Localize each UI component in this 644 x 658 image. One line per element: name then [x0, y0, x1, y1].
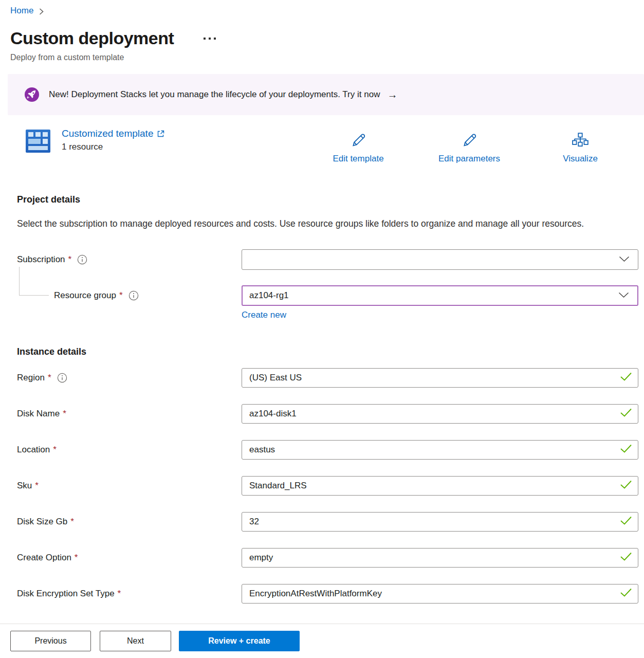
subscription-label: Subscription* [17, 254, 242, 265]
rocket-icon [25, 87, 39, 102]
valid-check-icon [620, 516, 632, 527]
required-asterisk: * [70, 517, 74, 527]
instance-details-heading: Instance details [17, 346, 644, 357]
project-details-description: Select the subscription to manage deploy… [17, 216, 608, 232]
region-label: Region* [17, 373, 242, 383]
disk-name-input[interactable]: az104-disk1 [242, 404, 638, 424]
breadcrumb: Home [0, 0, 644, 17]
disk-encryption-set-type-input[interactable]: EncryptionAtRestWithPlatformKey [242, 584, 638, 604]
info-icon[interactable] [57, 373, 67, 383]
pencil-icon [315, 129, 402, 152]
required-asterisk: * [63, 409, 66, 419]
disk-size-row: Disk Size Gb* 32 [17, 512, 638, 532]
project-details-heading: Project details [17, 194, 644, 205]
required-asterisk: * [35, 481, 39, 491]
valid-check-icon [620, 408, 632, 419]
page-subtitle: Deploy from a custom template [10, 53, 644, 62]
disk-encryption-set-type-label: Disk Encryption Set Type* [17, 589, 242, 599]
review-create-button[interactable]: Review + create [179, 631, 300, 651]
valid-check-icon [620, 480, 632, 491]
valid-check-icon [620, 444, 632, 455]
resource-group-select[interactable]: az104-rg1 [242, 285, 638, 306]
title-row: Custom deployment [10, 28, 644, 48]
indent-connector-line [19, 267, 49, 296]
disk-encryption-set-type-row: Disk Encryption Set Type* EncryptionAtRe… [17, 584, 638, 604]
valid-check-icon [620, 372, 632, 383]
sku-row: Sku* Standard_LRS [17, 476, 638, 496]
chevron-right-icon [39, 8, 44, 15]
resource-group-row: Resource group* az104-rg1 [17, 285, 638, 306]
disk-name-row: Disk Name* az104-disk1 [17, 404, 638, 424]
create-new-link[interactable]: Create new [242, 310, 286, 320]
template-section: Customized template 1 resource Edit temp… [0, 127, 644, 170]
valid-check-icon [620, 552, 632, 563]
more-options-icon[interactable] [200, 34, 219, 43]
next-button[interactable]: Next [100, 631, 171, 651]
sku-label: Sku* [17, 481, 242, 491]
customized-template-link[interactable]: Customized template [62, 128, 164, 139]
pencil-icon [426, 129, 513, 152]
required-asterisk: * [118, 589, 121, 599]
template-icon [26, 130, 50, 153]
visualize-button[interactable]: Visualize [537, 129, 624, 164]
region-row: Region* (US) East US [17, 368, 638, 388]
required-asterisk: * [119, 290, 123, 301]
banner-message-link[interactable]: New! Deployment Stacks let you manage th… [49, 89, 380, 100]
subscription-row: Subscription* [17, 249, 638, 270]
page-title: Custom deployment [10, 28, 174, 48]
location-row: Location* eastus [17, 440, 638, 460]
required-asterisk: * [68, 254, 72, 265]
customized-template-label: Customized template [62, 128, 153, 139]
disk-name-label: Disk Name* [17, 409, 242, 419]
info-icon[interactable] [77, 254, 87, 265]
region-input[interactable]: (US) East US [242, 368, 638, 388]
location-input[interactable]: eastus [242, 440, 638, 460]
required-asterisk: * [75, 553, 78, 563]
custom-deployment-page: Home Custom deployment Deploy from a cus… [0, 0, 644, 658]
edit-parameters-button[interactable]: Edit parameters [426, 129, 513, 164]
resource-group-label: Resource group* [17, 290, 242, 301]
hierarchy-icon [537, 129, 624, 152]
footer-bar: Previous Next Review + create [0, 624, 644, 658]
required-asterisk: * [48, 373, 51, 383]
location-label: Location* [17, 445, 242, 455]
required-asterisk: * [53, 445, 57, 455]
subscription-select[interactable] [242, 249, 638, 270]
arrow-right-icon[interactable]: → [387, 89, 397, 100]
create-option-input[interactable]: empty [242, 548, 638, 568]
edit-template-button[interactable]: Edit template [315, 129, 402, 164]
info-icon[interactable] [128, 290, 139, 301]
edit-parameters-label: Edit parameters [426, 154, 513, 164]
disk-size-label: Disk Size Gb* [17, 517, 242, 527]
deployment-stacks-banner: New! Deployment Stacks let you manage th… [8, 74, 644, 115]
chevron-down-icon [618, 290, 629, 301]
create-option-label: Create Option* [17, 553, 242, 563]
external-link-icon [157, 130, 164, 138]
chevron-down-icon [619, 254, 630, 265]
breadcrumb-home-link[interactable]: Home [10, 6, 33, 16]
visualize-label: Visualize [537, 154, 624, 164]
disk-size-input[interactable]: 32 [242, 512, 638, 532]
previous-button[interactable]: Previous [10, 631, 91, 651]
valid-check-icon [620, 588, 632, 599]
sku-input[interactable]: Standard_LRS [242, 476, 638, 496]
resource-count: 1 resource [62, 142, 164, 152]
edit-template-label: Edit template [315, 154, 402, 164]
create-option-row: Create Option* empty [17, 548, 638, 568]
